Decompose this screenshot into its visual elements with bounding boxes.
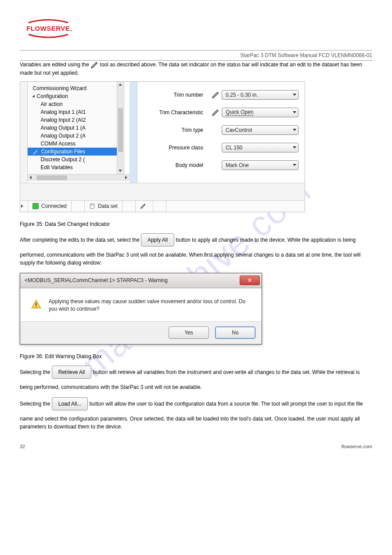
retrieve-all-button[interactable]: Retrieve All [52, 366, 92, 379]
page-number: 32 [20, 444, 25, 449]
form-row: Trim Characteristic Quick Open [144, 104, 298, 121]
splitter[interactable] [129, 82, 137, 183]
dataset-status: Data set [85, 201, 122, 212]
scroll-up-icon[interactable] [119, 83, 122, 86]
chevron-down-icon [293, 129, 296, 131]
scroll-right-icon[interactable] [125, 176, 127, 179]
load-all-button[interactable]: Load All... [52, 397, 88, 410]
trim-type-select[interactable]: CavControl [222, 125, 298, 135]
load-paragraph: Selecting the Load All... button will al… [20, 395, 372, 431]
pencil-icon [140, 203, 146, 209]
flowserve-logo: FLOWSERVE [20, 18, 372, 41]
svg-point-1 [71, 30, 72, 32]
trim-number-select[interactable]: 0.25 - 0.30 in. [222, 90, 298, 100]
dialog-footer: Yes No [20, 321, 262, 344]
pencil-icon[interactable] [212, 91, 219, 99]
svg-point-2 [90, 203, 94, 205]
apply-paragraph: After completing the edits to the data s… [20, 231, 372, 267]
figure-caption: Figure 36: Edit Warning Dialog Box [20, 353, 372, 359]
doc-header: StarPac 3 DTM Software Manual FCD VLENMN… [20, 50, 372, 61]
vertical-scrollbar[interactable] [117, 82, 124, 174]
tree-item[interactable]: Edit Variables [28, 163, 124, 171]
apply-all-button[interactable]: Apply All [141, 233, 174, 247]
tree-item[interactable]: Discrete Output 2 ( [28, 156, 124, 163]
yes-button[interactable]: Yes [169, 326, 209, 339]
tree-item[interactable]: COMM Access [28, 140, 124, 148]
page-footer: 32 flowserve.com [20, 444, 372, 449]
field-label: Body model [144, 162, 209, 168]
scroll-down-icon[interactable] [119, 170, 122, 172]
expand-icon[interactable] [21, 204, 23, 208]
form-row: Body model Mark One [144, 156, 298, 174]
tree-item[interactable]: Configuration [28, 92, 124, 100]
warning-dialog: <MODBUS_SERIALCommChannel:1> STARPAC3 - … [20, 273, 262, 345]
pencil-icon[interactable] [212, 109, 219, 116]
scrollbar-thumb[interactable] [36, 175, 67, 180]
pencil-icon [90, 61, 98, 69]
scroll-left-icon[interactable] [29, 176, 32, 179]
form-panel: Trim number 0.25 - 0.30 in. Trim Charact… [137, 82, 305, 183]
left-gutter [20, 82, 28, 183]
close-button[interactable]: ✕ [240, 276, 260, 285]
close-icon: ✕ [248, 278, 252, 283]
horizontal-scrollbar[interactable] [28, 174, 129, 181]
chevron-down-icon [293, 146, 296, 149]
field-label: Trim type [144, 127, 209, 133]
tree-item[interactable]: Analog Output 2 (A [28, 132, 124, 140]
tree-item[interactable]: Analog Input 1 (AI1 [28, 108, 124, 116]
warning-icon [31, 298, 42, 311]
dialog-body: Applying these values may cause sudden v… [20, 288, 262, 321]
chevron-down-icon [293, 111, 296, 113]
scrollbar-thumb[interactable] [118, 108, 123, 152]
svg-rect-3 [36, 303, 36, 305]
intro-paragraph: Variables are edited using the tool as d… [20, 61, 372, 77]
no-button[interactable]: No [215, 326, 255, 339]
figure-caption: Figure 35: Data Set Changed Indicator [20, 221, 372, 227]
chevron-down-icon [293, 94, 296, 96]
tree-item[interactable]: Commissioning Wizard [28, 84, 124, 92]
footer-site: flowserve.com [342, 444, 372, 449]
connected-icon [32, 203, 39, 209]
tree-item[interactable]: Air action [28, 100, 124, 108]
body-model-select[interactable]: Mark One [222, 160, 298, 170]
doc-header-text: StarPac 3 DTM Software Manual FCD VLENMN… [240, 52, 372, 58]
field-label: Pressure class [144, 145, 209, 151]
dataset-indicator-figure: Commissioning Wizard Configuration Air a… [20, 81, 305, 212]
dialog-title-text: <MODBUS_SERIALCommChannel:1> STARPAC3 - … [25, 277, 168, 283]
retrieve-paragraph: Selecting the Retrieve All button will r… [20, 363, 372, 391]
tree-item-selected[interactable]: Configuration Files [28, 148, 124, 156]
chevron-down-icon [293, 164, 296, 166]
form-row: Pressure class CL 150 [144, 139, 298, 156]
nav-tree[interactable]: Commissioning Wizard Configuration Air a… [28, 82, 124, 174]
status-bar: Connected Data set [20, 200, 305, 212]
footer-strip [20, 183, 305, 200]
form-row: Trim type CavControl [144, 121, 298, 139]
tree-item[interactable]: Analog Input 2 (AI2 [28, 116, 124, 124]
dialog-titlebar[interactable]: <MODBUS_SERIALCommChannel:1> STARPAC3 - … [20, 273, 262, 288]
connection-status: Connected [28, 201, 72, 212]
trim-characteristic-select[interactable]: Quick Open [222, 108, 298, 117]
dialog-message: Applying these values may cause sudden v… [49, 298, 255, 313]
field-label: Trim number [144, 92, 209, 98]
field-label: Trim Characteristic [144, 109, 209, 116]
form-row: Trim number 0.25 - 0.30 in. [144, 86, 298, 104]
expand-icon[interactable] [32, 94, 36, 98]
database-icon [89, 203, 95, 209]
pencil-icon [33, 149, 38, 155]
svg-text:FLOWSERVE: FLOWSERVE [26, 25, 70, 32]
tree-item[interactable]: Analog Output 1 (A [28, 124, 124, 132]
pressure-class-select[interactable]: CL 150 [222, 143, 298, 152]
svg-rect-4 [36, 306, 36, 307]
